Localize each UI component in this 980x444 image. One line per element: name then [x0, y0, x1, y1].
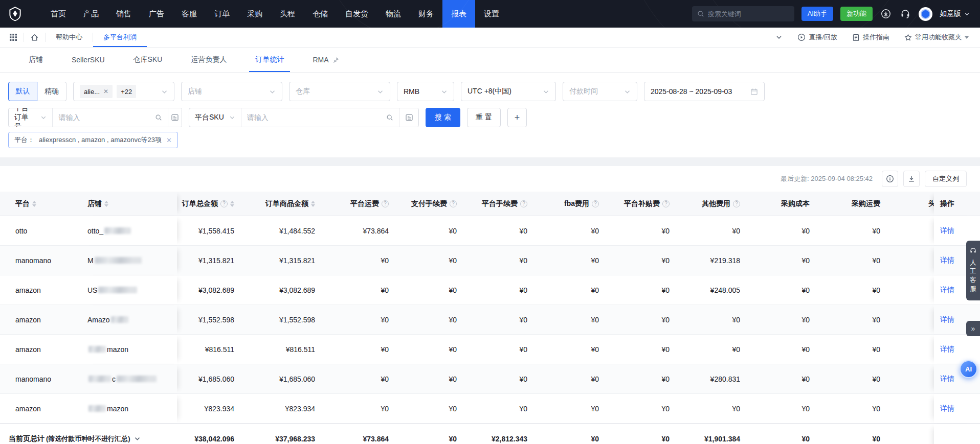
nav-item-first-leg[interactable]: 头程	[271, 0, 304, 28]
batch-input-icon[interactable]	[168, 108, 182, 127]
nav-item-finance[interactable]: 财务	[410, 0, 442, 28]
currency-select[interactable]: RMB	[397, 82, 454, 101]
ai-assistant-button[interactable]: AI助手	[801, 7, 833, 21]
warehouse-select[interactable]: 仓库	[289, 82, 390, 101]
tab-multi-platform-profit[interactable]: 多平台利润	[93, 28, 147, 47]
home-icon[interactable]	[24, 28, 45, 47]
expand-panel-button[interactable]: »	[966, 321, 980, 336]
help-icon[interactable]: ?	[382, 200, 389, 207]
order-no-type-select[interactable]: 平台订单号	[9, 108, 53, 127]
page-total-label[interactable]: 当前页总计 (筛选付款币种时不进行汇总)	[0, 424, 177, 444]
help-icon[interactable]: ?	[662, 200, 670, 207]
filter-row-2: 平台订单号 平台SKU 搜 索 重 置 +	[8, 108, 972, 127]
help-icon[interactable]: ?	[220, 200, 228, 207]
column-header-purchase-shipping[interactable]: 采购运费	[818, 192, 888, 216]
user-avatar[interactable]	[919, 7, 932, 21]
column-header-fba-fee[interactable]: fba费用?	[536, 192, 607, 216]
column-header-other-fee[interactable]: 其他费用?	[678, 192, 748, 216]
help-icon[interactable]: ?	[450, 200, 457, 207]
nav-item-sales[interactable]: 销售	[107, 0, 140, 28]
customize-columns-button[interactable]: 自定义列	[925, 171, 967, 187]
chevron-down-icon	[161, 88, 168, 95]
column-header-purchase-cost[interactable]: 采购成本	[748, 192, 818, 216]
detail-link[interactable]: 详情	[940, 286, 954, 295]
customer-service-widget[interactable]: 人工客服	[966, 241, 980, 300]
value-cell: ¥0	[607, 246, 678, 275]
column-header-platform-shipping[interactable]: 平台运费?	[323, 192, 397, 216]
store-select[interactable]: 店铺	[181, 82, 282, 101]
tab-rma[interactable]: RMA	[298, 48, 353, 72]
chip-close-icon[interactable]: ✕	[103, 88, 108, 95]
tab-help-center[interactable]: 帮助中心	[46, 28, 93, 47]
sort-icon[interactable]	[311, 201, 315, 207]
headset-icon[interactable]	[899, 8, 911, 20]
nav-item-warehouse[interactable]: 仓储	[304, 0, 337, 28]
match-exact-option[interactable]: 精确	[37, 82, 66, 101]
nav-item-products[interactable]: 产品	[75, 0, 107, 28]
nav-item-self-ship[interactable]: 自发货	[337, 0, 377, 28]
order-no-input[interactable]	[58, 113, 151, 122]
nav-item-settings[interactable]: 设置	[475, 0, 508, 28]
nav-item-logistics[interactable]: 物流	[377, 0, 410, 28]
help-icon[interactable]: ?	[520, 200, 527, 207]
search-icon	[386, 114, 393, 121]
date-range-picker[interactable]: 2025-08-28 ~ 2025-09-03	[644, 82, 765, 101]
nav-item-customer-service[interactable]: 客服	[173, 0, 206, 28]
detail-link[interactable]: 详情	[940, 256, 954, 265]
column-header-first-leg[interactable]: 头程费用	[888, 192, 934, 216]
ai-fab-button[interactable]: AI	[960, 360, 977, 378]
search-button[interactable]: 搜 索	[426, 108, 460, 127]
info-icon-button[interactable]	[882, 171, 898, 187]
column-header-store[interactable]: 店铺	[79, 192, 177, 216]
edition-switcher[interactable]: 如意版	[940, 9, 970, 18]
tab-order-stats[interactable]: 订单统计	[241, 48, 298, 72]
sku-input[interactable]	[247, 113, 382, 122]
nav-item-home[interactable]: 首页	[42, 0, 75, 28]
sort-icon[interactable]	[104, 201, 108, 207]
platform-cell: otto	[0, 216, 79, 245]
column-header-platform[interactable]: 平台	[0, 192, 79, 216]
live-replay-link[interactable]: 直播/回放	[790, 33, 844, 42]
global-search-box[interactable]	[692, 6, 794, 21]
help-icon[interactable]: ?	[733, 200, 740, 207]
column-header-payment-fee[interactable]: 支付手续费?	[397, 192, 465, 216]
batch-input-icon[interactable]	[399, 108, 418, 127]
column-header-item-amount[interactable]: 订单商品金额	[242, 192, 323, 216]
tab-operator[interactable]: 运营负责人	[176, 48, 241, 72]
detail-link[interactable]: 详情	[940, 345, 954, 354]
collapse-chevron-icon[interactable]	[768, 34, 790, 41]
export-download-button[interactable]	[903, 171, 920, 187]
tag-close-icon[interactable]: ✕	[166, 136, 172, 144]
nav-item-ads[interactable]: 广告	[140, 0, 173, 28]
column-header-subsidy-fee[interactable]: 平台补贴费?	[607, 192, 678, 216]
chevron-down-icon	[441, 88, 448, 95]
sort-icon[interactable]	[32, 201, 36, 207]
nav-item-orders[interactable]: 订单	[206, 0, 238, 28]
nav-item-reports[interactable]: 报表	[442, 0, 475, 28]
sort-icon[interactable]	[230, 201, 234, 207]
reset-button[interactable]: 重 置	[467, 108, 501, 127]
detail-link[interactable]: 详情	[940, 315, 954, 324]
search-input[interactable]	[708, 10, 789, 18]
nav-item-purchase[interactable]: 采购	[238, 0, 271, 28]
platform-multiselect[interactable]: alie... ✕ +22	[73, 82, 174, 101]
timezone-select[interactable]: UTC +8(中国)	[461, 82, 556, 101]
download-circle-icon[interactable]	[880, 8, 892, 20]
detail-link[interactable]: 详情	[940, 226, 954, 236]
detail-link[interactable]: 详情	[940, 375, 954, 384]
column-header-order-total[interactable]: 订单总金额 ?	[177, 192, 242, 216]
help-icon[interactable]: ?	[592, 200, 599, 207]
add-filter-button[interactable]: +	[507, 108, 527, 127]
apps-grid-icon[interactable]	[3, 28, 24, 47]
tab-sellersku[interactable]: SellerSKU	[57, 48, 119, 72]
sku-type-select[interactable]: 平台SKU	[189, 108, 241, 127]
tab-store[interactable]: 店铺	[14, 48, 57, 72]
time-type-select[interactable]: 付款时间	[563, 82, 637, 101]
match-default-option[interactable]: 默认	[8, 82, 37, 101]
guide-link[interactable]: 操作指南	[845, 33, 897, 42]
tab-warehouse-sku[interactable]: 仓库SKU	[119, 48, 177, 72]
column-header-platform-fee[interactable]: 平台手续费?	[465, 192, 536, 216]
new-features-button[interactable]: 新功能	[840, 7, 873, 21]
detail-link[interactable]: 详情	[940, 404, 954, 413]
favorites-menu[interactable]: 常用功能收藏夹	[897, 33, 976, 42]
